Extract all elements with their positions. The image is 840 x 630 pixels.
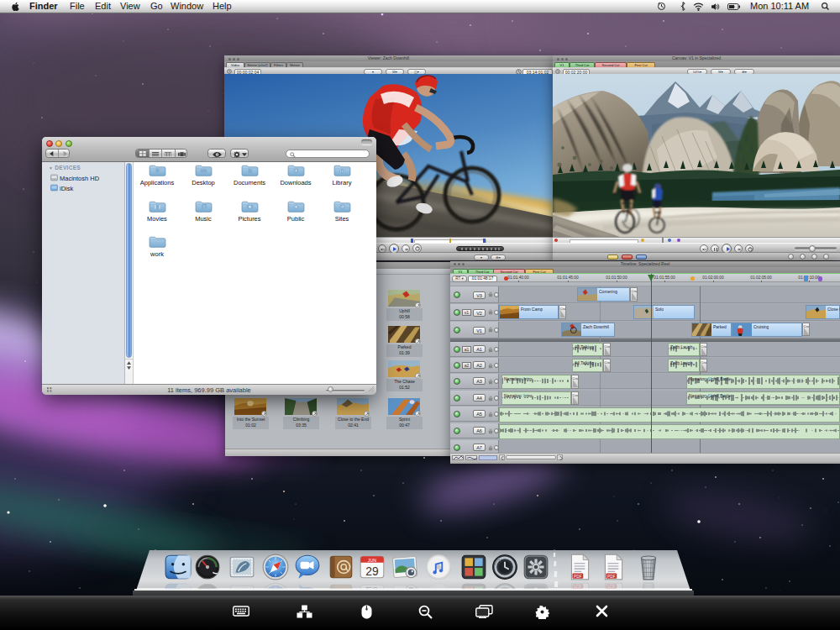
svg-text:29: 29 — [365, 564, 379, 578]
svg-text:PDF: PDF — [607, 584, 616, 588]
svg-text:JUN: JUN — [368, 558, 376, 563]
svg-text:PDF: PDF — [574, 584, 582, 588]
svg-text:PDF: PDF — [607, 575, 616, 579]
svg-text:PDF: PDF — [574, 575, 582, 579]
